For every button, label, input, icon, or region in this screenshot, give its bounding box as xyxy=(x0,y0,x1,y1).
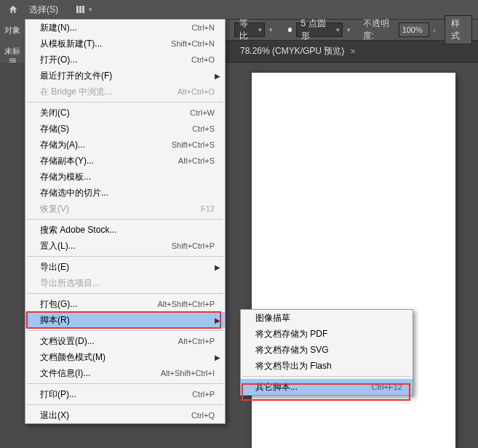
menu-item[interactable]: 脚本(R)▶ xyxy=(25,312,225,328)
menu-item[interactable]: 关闭(C)Ctrl+W xyxy=(25,105,225,121)
menu-item[interactable]: 存储选中的切片... xyxy=(25,185,225,201)
menu-item[interactable]: 新建(N)...Ctrl+N xyxy=(25,20,225,36)
menu-item-label: 其它脚本... xyxy=(255,381,298,393)
menu-item[interactable]: 导出(E)▶ xyxy=(25,259,225,275)
menu-separator xyxy=(27,404,223,405)
menu-item-label: 脚本(R) xyxy=(40,314,70,327)
compare-select[interactable]: 等比 xyxy=(234,23,265,37)
object-label: 对象 xyxy=(0,22,25,39)
menu-item-shortcut: Shift+Ctrl+S xyxy=(172,140,215,149)
menu-item[interactable]: 从模板新建(T)...Shift+Ctrl+N xyxy=(25,36,225,52)
stroke-select[interactable]: 5 点圆形 xyxy=(296,23,343,37)
menu-separator xyxy=(27,219,223,220)
menu-item-label: 文档颜色模式(M) xyxy=(40,351,105,364)
chevron-right-icon[interactable]: › xyxy=(434,26,436,34)
menu-item-shortcut: Alt+Ctrl+O xyxy=(178,87,215,96)
menu-separator xyxy=(27,102,223,103)
menu-item[interactable]: 打印(P)...Ctrl+P xyxy=(25,386,225,402)
menu-item-label: 导出所选项目... xyxy=(40,277,100,289)
menu-item-label: 文件信息(I)... xyxy=(40,367,90,380)
menu-item-shortcut: Alt+Ctrl+S xyxy=(178,156,215,165)
menu-item[interactable]: 置入(L)...Shift+Ctrl+P xyxy=(25,238,225,254)
menu-item[interactable]: 存储为(A)...Shift+Ctrl+S xyxy=(25,137,225,153)
menu-item[interactable]: 存储(S)Ctrl+S xyxy=(25,121,225,137)
menu-item[interactable]: 存储副本(Y)...Alt+Ctrl+S xyxy=(25,153,225,169)
menu-item-label: 存储(S) xyxy=(40,123,69,135)
menu-item-label: 将文档存储为 SVG xyxy=(255,344,329,356)
workspace-icon[interactable] xyxy=(76,6,84,13)
chevron-down-icon[interactable]: ▾ xyxy=(347,26,351,33)
menu-item[interactable]: 将文档导出为 Flash xyxy=(241,358,413,374)
menu-extras: ▾ xyxy=(76,6,92,13)
menu-item-label: 退出(X) xyxy=(40,409,69,422)
menu-item-label: 存储副本(Y)... xyxy=(40,155,94,167)
menu-item-label: 导出(E) xyxy=(40,261,69,273)
menu-item[interactable]: 打包(G)...Alt+Shift+Ctrl+P xyxy=(25,296,225,312)
menu-item-shortcut: Alt+Ctrl+P xyxy=(178,337,215,345)
menu-separator xyxy=(27,330,223,331)
menu-item-shortcut: Ctrl+W xyxy=(190,108,215,117)
submenu-arrow-icon: ▶ xyxy=(215,263,220,271)
menu-item[interactable]: 其它脚本...Ctrl+F12 xyxy=(241,379,413,395)
menu-item: 导出所选项目... xyxy=(25,275,225,291)
menu-item: 恢复(V)F12 xyxy=(25,201,225,217)
menu-item-shortcut: Alt+Shift+Ctrl+I xyxy=(161,369,215,377)
menu-item-label: 关闭(C) xyxy=(40,107,70,119)
menu-item-shortcut: Shift+Ctrl+N xyxy=(171,39,215,48)
menu-item-shortcut: Ctrl+Q xyxy=(191,411,215,420)
menu-item-shortcut: Shift+Ctrl+P xyxy=(172,241,215,250)
styles-button[interactable]: 样式 xyxy=(445,15,472,44)
opacity-input[interactable]: 100% xyxy=(399,23,429,37)
menu-item-label: 存储为模板... xyxy=(40,171,91,183)
menu-item[interactable]: 文档设置(D)...Alt+Ctrl+P xyxy=(25,333,225,349)
opacity-label: 不透明度: xyxy=(363,17,394,42)
menu-item-shortcut: Alt+Shift+Ctrl+P xyxy=(157,300,215,308)
menu-item-label: 打包(G)... xyxy=(40,298,77,311)
menu-item[interactable]: 文件信息(I)...Alt+Shift+Ctrl+I xyxy=(25,365,225,381)
doc-tab[interactable]: 78.26% (CMYK/GPU 预览) × xyxy=(233,41,362,62)
menu-item-label: 打印(P)... xyxy=(40,388,76,401)
menu-item[interactable]: 将文档存储为 PDF xyxy=(241,326,413,342)
menu-item-label: 存储为(A)... xyxy=(40,139,85,151)
menu-top-item[interactable]: 选择(S) xyxy=(25,0,65,19)
menu-item-shortcut: Ctrl+S xyxy=(192,124,215,133)
menu-item: 在 Bridge 中浏览...Alt+Ctrl+O xyxy=(25,84,225,100)
close-icon[interactable]: × xyxy=(350,47,355,57)
menu-item-label: 搜索 Adobe Stock... xyxy=(40,224,116,236)
menu-item-label: 最近打开的文件(F) xyxy=(40,70,112,82)
menu-item-label: 从模板新建(T)... xyxy=(40,38,102,50)
menu-item-label: 在 Bridge 中浏览... xyxy=(40,86,112,98)
menu-item-label: 将文档导出为 Flash xyxy=(255,360,332,372)
menu-separator xyxy=(242,376,411,377)
menu-item[interactable]: 搜索 Adobe Stock... xyxy=(25,222,225,238)
home-icon[interactable] xyxy=(6,2,20,17)
submenu-arrow-icon: ▶ xyxy=(215,316,220,324)
menu-item-label: 恢复(V) xyxy=(40,203,69,215)
menu-item-label: 将文档存储为 PDF xyxy=(255,328,327,340)
menu-item[interactable]: 存储为模板... xyxy=(25,169,225,185)
menu-item[interactable]: 图像描草 xyxy=(241,310,413,326)
menu-item-label: 置入(L)... xyxy=(40,240,76,252)
menu-item[interactable]: 最近打开的文件(F)▶ xyxy=(25,68,225,84)
menu-item-shortcut: Ctrl+F12 xyxy=(372,383,403,391)
menu-item[interactable]: 将文档存储为 SVG xyxy=(241,342,413,358)
menu-item[interactable]: 退出(X)Ctrl+Q xyxy=(25,407,225,423)
menu-item[interactable]: 打开(O)...Ctrl+O xyxy=(25,52,225,68)
menu-item-label: 图像描草 xyxy=(255,312,290,324)
menu-item-shortcut: Ctrl+P xyxy=(192,390,215,399)
menu-item-label: 新建(N)... xyxy=(40,22,77,34)
menu-item[interactable]: 文档颜色模式(M)▶ xyxy=(25,349,225,365)
menu-separator xyxy=(27,256,223,257)
menu-item-shortcut: Ctrl+N xyxy=(192,23,215,32)
menu-item-label: 打开(O)... xyxy=(40,54,77,66)
menu-separator xyxy=(27,293,223,294)
chevron-down-icon[interactable]: ▾ xyxy=(89,6,92,13)
file-menu: 新建(N)...Ctrl+N从模板新建(T)...Shift+Ctrl+N打开(… xyxy=(25,19,226,424)
submenu-arrow-icon: ▶ xyxy=(215,72,220,80)
menu-item-label: 存储选中的切片... xyxy=(40,187,108,199)
chevron-down-icon[interactable]: ▾ xyxy=(269,26,273,33)
menu-item-label: 文档设置(D)... xyxy=(40,335,95,348)
submenu-arrow-icon: ▶ xyxy=(215,353,220,361)
menu-item-shortcut: F12 xyxy=(201,204,215,213)
doc-tab-title: 78.26% (CMYK/GPU 预览) xyxy=(240,45,344,57)
